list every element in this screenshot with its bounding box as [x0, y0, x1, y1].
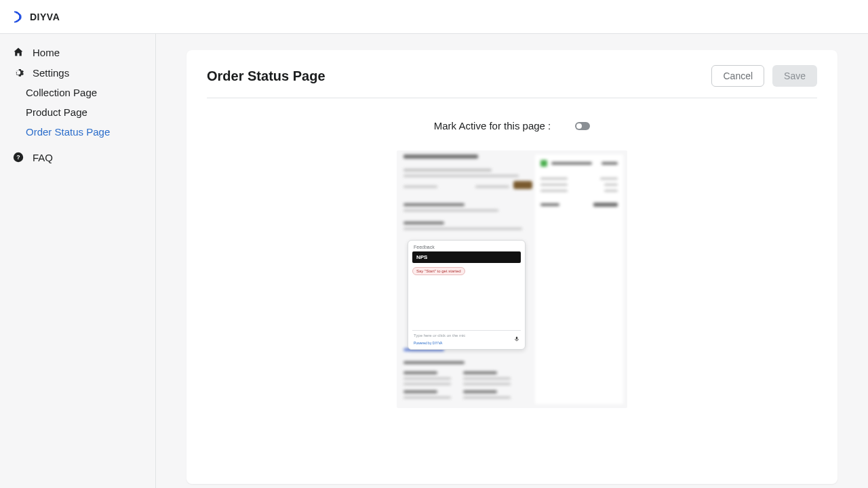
feedback-widget: Feedback NPS Say "Start" to get started …	[408, 240, 526, 350]
main-content: Order Status Page Cancel Save Mark Activ…	[156, 34, 868, 488]
cancel-button[interactable]: Cancel	[711, 65, 764, 87]
svg-rect-2	[516, 337, 517, 340]
home-icon	[12, 46, 24, 58]
sidebar-sub-order-status[interactable]: Order Status Page	[0, 122, 155, 142]
page-preview: Feedback NPS Say "Start" to get started …	[397, 150, 627, 408]
widget-section-label: Feedback	[412, 245, 521, 249]
sidebar-sub-collection[interactable]: Collection Page	[0, 83, 155, 102]
sidebar-item-label: Settings	[33, 67, 69, 79]
widget-title: NPS	[412, 251, 521, 263]
microphone-icon[interactable]	[514, 333, 519, 338]
sidebar-item-faq[interactable]: ? FAQ	[0, 147, 155, 167]
page-title: Order Status Page	[207, 68, 326, 84]
sidebar: Home Settings Collection Page Product Pa…	[0, 34, 156, 488]
active-toggle[interactable]	[575, 122, 590, 130]
brand-logo-icon	[11, 10, 24, 24]
brand: DIYVA	[11, 10, 60, 24]
settings-card: Order Status Page Cancel Save Mark Activ…	[186, 50, 837, 484]
save-button[interactable]: Save	[772, 65, 817, 87]
widget-input-placeholder[interactable]: Type here or click on the mic	[414, 333, 511, 338]
widget-input-row: Type here or click on the mic	[412, 330, 521, 340]
sidebar-item-settings[interactable]: Settings	[0, 62, 155, 83]
sidebar-item-label: Product Page	[26, 106, 87, 118]
toggle-knob	[576, 123, 582, 129]
sidebar-item-label: Home	[33, 47, 60, 58]
gear-icon	[12, 66, 24, 79]
svg-text:?: ?	[16, 154, 20, 161]
sidebar-item-label: Order Status Page	[26, 126, 110, 138]
toggle-label: Mark Active for this page :	[434, 120, 551, 131]
sidebar-item-label: Collection Page	[26, 87, 97, 98]
sidebar-item-home[interactable]: Home	[0, 42, 155, 62]
sidebar-sub-product[interactable]: Product Page	[0, 102, 155, 122]
divider	[207, 98, 817, 98]
help-icon: ?	[12, 151, 24, 163]
widget-footer: Powered by DIYVA	[412, 341, 521, 345]
brand-name: DIYVA	[30, 12, 60, 22]
sidebar-item-label: FAQ	[33, 152, 53, 163]
widget-start-chip: Say "Start" to get started	[412, 267, 465, 275]
topbar: DIYVA	[0, 0, 868, 34]
